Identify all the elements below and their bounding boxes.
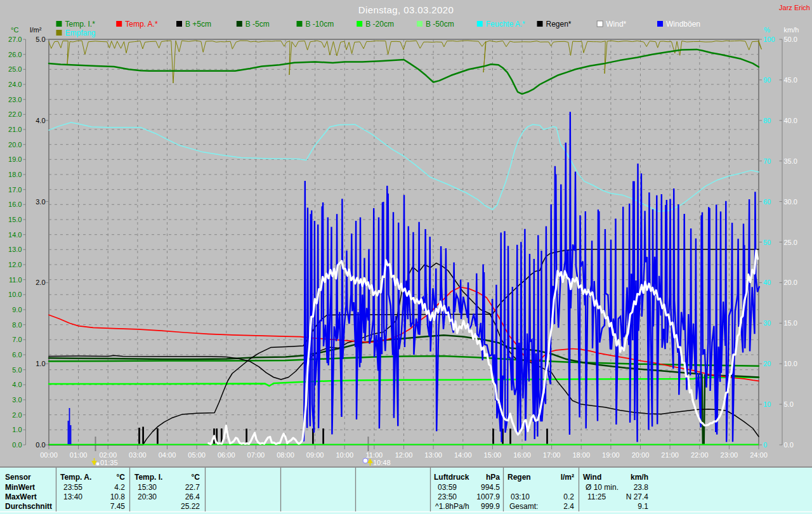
svg-text:17.0: 17.0 [8, 186, 22, 194]
svg-text:12.0: 12.0 [8, 261, 22, 268]
svg-text:19:00: 19:00 [602, 451, 620, 459]
svg-text:MaxWert: MaxWert [5, 492, 37, 501]
svg-text:B -50cm: B -50cm [426, 20, 454, 29]
svg-text:23.8: 23.8 [634, 483, 649, 492]
svg-text:03:00: 03:00 [129, 451, 147, 459]
svg-text:24:00: 24:00 [750, 451, 768, 459]
svg-text:7.0: 7.0 [12, 336, 22, 343]
svg-text:2.0: 2.0 [36, 279, 45, 286]
svg-text:07:00: 07:00 [247, 451, 265, 459]
svg-text:03:59: 03:59 [438, 483, 457, 492]
svg-text:06:00: 06:00 [218, 451, 235, 459]
svg-text:09:00: 09:00 [306, 451, 324, 459]
svg-text:Wind*: Wind* [606, 20, 626, 29]
svg-text:50.0: 50.0 [784, 36, 797, 43]
svg-text:14.0: 14.0 [8, 231, 22, 239]
svg-text:30: 30 [763, 319, 771, 327]
svg-text:0.2: 0.2 [563, 492, 574, 501]
svg-text:999.9: 999.9 [481, 502, 500, 511]
svg-text:°C: °C [192, 473, 200, 482]
svg-text:25.22: 25.22 [181, 502, 200, 511]
svg-text:27.0: 27.0 [8, 36, 22, 43]
svg-text:22.7: 22.7 [185, 483, 200, 492]
svg-text:Sensor: Sensor [5, 473, 31, 482]
svg-text:9.1: 9.1 [638, 502, 648, 511]
svg-text:21.0: 21.0 [8, 126, 22, 133]
svg-text:B -20cm: B -20cm [365, 20, 394, 29]
svg-text:70: 70 [763, 157, 771, 165]
svg-text:19.0: 19.0 [8, 155, 22, 163]
svg-text:Gesamt:: Gesamt: [509, 502, 538, 511]
svg-text:15:30: 15:30 [138, 483, 157, 492]
svg-text:01:35: 01:35 [100, 459, 118, 466]
svg-text:Windböen: Windböen [666, 20, 700, 29]
svg-text:03:10: 03:10 [511, 492, 530, 501]
svg-text:Temp. A.*: Temp. A.* [125, 20, 158, 29]
svg-text:7.45: 7.45 [110, 502, 126, 511]
svg-text:13.0: 13.0 [8, 246, 22, 253]
svg-text:Jarz Erich: Jarz Erich [779, 4, 810, 11]
svg-text:Feuchte A.*: Feuchte A.* [486, 20, 525, 29]
svg-text:km/h: km/h [784, 26, 799, 34]
svg-text:25.0: 25.0 [8, 65, 22, 73]
svg-text:21:00: 21:00 [661, 451, 679, 459]
svg-text:10.8: 10.8 [110, 492, 126, 501]
svg-text:Temp. I.*: Temp. I.* [65, 20, 96, 29]
svg-text:15.0: 15.0 [8, 216, 22, 223]
svg-text:1007.9: 1007.9 [476, 492, 500, 501]
svg-text:40.0: 40.0 [784, 117, 797, 124]
svg-text:Wind: Wind [583, 473, 601, 482]
svg-text:6.0: 6.0 [12, 351, 22, 359]
svg-text:23:50: 23:50 [438, 492, 457, 501]
svg-text:22.0: 22.0 [8, 110, 22, 118]
svg-text:16:00: 16:00 [513, 451, 531, 459]
svg-text:0: 0 [763, 441, 767, 449]
svg-text:°C: °C [11, 26, 18, 34]
svg-text:18:00: 18:00 [572, 451, 590, 459]
svg-text:MinWert: MinWert [5, 483, 35, 492]
svg-text:20:00: 20:00 [632, 451, 650, 459]
svg-text:11:25: 11:25 [587, 492, 606, 501]
svg-text:Luftdruck: Luftdruck [434, 473, 469, 482]
svg-text:Empfang: Empfang [65, 29, 96, 37]
svg-text:994.5: 994.5 [481, 483, 500, 492]
svg-text:01:00: 01:00 [70, 451, 88, 459]
svg-text:16.0: 16.0 [8, 201, 22, 208]
svg-text:50: 50 [763, 239, 771, 246]
svg-text:B +5cm: B +5cm [185, 20, 211, 29]
svg-text:90: 90 [763, 76, 771, 84]
svg-text:B -5cm: B -5cm [246, 20, 270, 29]
svg-text:Dienstag, 03.03.2020: Dienstag, 03.03.2020 [358, 4, 454, 15]
svg-text:1.0: 1.0 [36, 360, 45, 367]
svg-text:Regen: Regen [508, 473, 531, 482]
svg-text:0.0: 0.0 [12, 441, 22, 449]
svg-text:B -10cm: B -10cm [306, 20, 334, 29]
svg-text:10: 10 [763, 400, 771, 408]
svg-text:20.0: 20.0 [8, 141, 22, 148]
svg-text:17:00: 17:00 [543, 451, 561, 459]
svg-text:40: 40 [763, 279, 771, 286]
svg-text:25.0: 25.0 [784, 239, 797, 246]
svg-text:02:00: 02:00 [99, 451, 117, 459]
svg-text:Ø 10 min.: Ø 10 min. [586, 483, 619, 492]
svg-text:2.4: 2.4 [563, 502, 574, 511]
svg-text:13:00: 13:00 [424, 451, 442, 459]
svg-text:100: 100 [763, 36, 775, 43]
svg-text:5.0: 5.0 [36, 36, 45, 43]
svg-text:10.0: 10.0 [784, 360, 797, 367]
svg-text:1.0: 1.0 [12, 426, 22, 433]
svg-text:04:00: 04:00 [159, 451, 176, 459]
svg-text:km/h: km/h [631, 473, 648, 482]
svg-text:N 27.4: N 27.4 [626, 492, 649, 501]
svg-text:11:00: 11:00 [366, 451, 383, 459]
svg-text:23.0: 23.0 [8, 96, 22, 103]
svg-text:26.4: 26.4 [185, 492, 200, 501]
svg-text:24.0: 24.0 [8, 81, 22, 88]
svg-text:15.0: 15.0 [784, 319, 797, 327]
svg-text:0.0: 0.0 [784, 441, 794, 449]
svg-text:10:48: 10:48 [373, 459, 391, 466]
svg-text:10.0: 10.0 [8, 291, 22, 298]
svg-text:4.0: 4.0 [12, 381, 22, 388]
svg-text:08:00: 08:00 [277, 451, 294, 459]
svg-text:0.0: 0.0 [36, 441, 45, 449]
